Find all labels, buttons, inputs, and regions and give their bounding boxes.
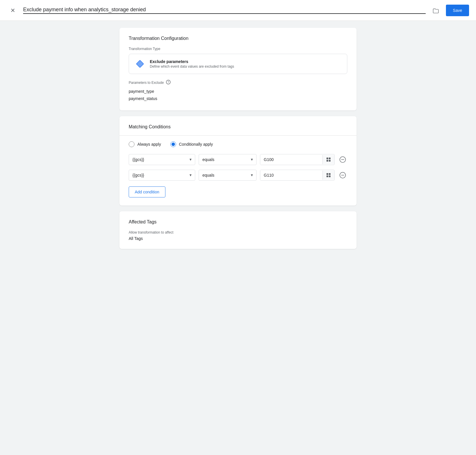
- grid-icon-1: [326, 157, 331, 162]
- condition-row-1: {{gcs}} {{event}} {{url}} ▼ equals conta…: [129, 154, 347, 165]
- close-button[interactable]: ✕: [7, 5, 19, 16]
- params-list: payment_type payment_status: [129, 88, 347, 102]
- svg-rect-4: [326, 158, 328, 159]
- add-condition-button[interactable]: Add condition: [129, 186, 165, 197]
- transformation-type-label: Transformation Type: [129, 47, 347, 51]
- folder-button[interactable]: [430, 5, 441, 16]
- radio-always-option[interactable]: Always apply: [129, 141, 161, 147]
- transform-info: Exclude parameters Define which event da…: [150, 59, 234, 69]
- divider-1: [119, 135, 357, 136]
- svg-rect-11: [329, 173, 331, 175]
- remove-condition-btn-1[interactable]: [338, 155, 347, 164]
- minus-circle-icon-1: [339, 156, 346, 163]
- value-input-wrapper-2: [260, 170, 335, 181]
- minus-circle-icon-2: [339, 172, 346, 179]
- svg-rect-13: [329, 175, 331, 177]
- transformation-config-card: Transformation Configuration Transformat…: [119, 28, 357, 110]
- operator-select-2[interactable]: equals contains starts with ends with: [199, 170, 257, 181]
- grid-icon-btn-1[interactable]: [322, 155, 334, 164]
- svg-rect-10: [326, 173, 328, 175]
- matching-conditions-card: Matching Conditions Always apply Conditi…: [119, 116, 357, 206]
- affected-tags-title: Affected Tags: [129, 219, 347, 225]
- radio-conditionally-label: Conditionally apply: [179, 142, 213, 147]
- operator-select-1[interactable]: equals contains starts with ends with: [199, 154, 257, 165]
- value-input-2[interactable]: [260, 170, 322, 180]
- grid-icon-btn-2[interactable]: [322, 171, 334, 180]
- value-input-1[interactable]: [260, 154, 322, 165]
- matching-conditions-title: Matching Conditions: [129, 124, 347, 130]
- transformation-type-box[interactable]: Exclude parameters Define which event da…: [129, 54, 347, 74]
- variable-select-2[interactable]: {{gcs}} {{event}} {{url}}: [129, 170, 195, 181]
- affected-tags-card: Affected Tags Allow transformation to af…: [119, 211, 357, 249]
- svg-text:?: ?: [168, 81, 169, 84]
- condition-row-2: {{gcs}} {{event}} {{url}} ▼ equals conta…: [129, 170, 347, 181]
- header: ✕ Exclude payment info when analytics_st…: [0, 0, 476, 21]
- transform-type-name: Exclude parameters: [150, 59, 234, 64]
- variable-select-wrapper-1: {{gcs}} {{event}} {{url}} ▼: [129, 154, 195, 165]
- operator-select-wrapper-2: equals contains starts with ends with ▼: [199, 170, 257, 181]
- affect-label: Allow transformation to affect: [129, 230, 347, 234]
- svg-rect-7: [329, 160, 331, 162]
- affect-value: All Tags: [129, 236, 347, 241]
- remove-condition-btn-2[interactable]: [338, 171, 347, 180]
- folder-icon: [433, 8, 439, 13]
- exclude-params-icon: [135, 59, 145, 69]
- radio-conditionally-option[interactable]: Conditionally apply: [170, 141, 213, 147]
- help-icon[interactable]: ?: [166, 80, 171, 86]
- variable-select-1[interactable]: {{gcs}} {{event}} {{url}}: [129, 154, 195, 165]
- svg-rect-6: [326, 160, 328, 162]
- radio-always-label: Always apply: [137, 142, 161, 147]
- variable-select-wrapper-2: {{gcs}} {{event}} {{url}} ▼: [129, 170, 195, 181]
- main-content: Transformation Configuration Transformat…: [108, 21, 368, 256]
- svg-rect-1: [137, 61, 143, 67]
- save-button[interactable]: Save: [446, 5, 469, 16]
- grid-icon-2: [326, 173, 331, 177]
- params-header: Parameters to Exclude ?: [129, 80, 347, 86]
- svg-rect-5: [329, 158, 331, 159]
- params-label: Parameters to Exclude: [129, 81, 164, 85]
- operator-select-wrapper-1: equals contains starts with ends with ▼: [199, 154, 257, 165]
- page-title: Exclude payment info when analytics_stor…: [23, 7, 426, 14]
- radio-group: Always apply Conditionally apply: [129, 141, 347, 147]
- radio-always-input[interactable]: [129, 141, 134, 147]
- param-item-2: payment_status: [129, 95, 347, 102]
- svg-rect-12: [326, 175, 328, 177]
- value-input-wrapper-1: [260, 154, 335, 165]
- radio-conditionally-input[interactable]: [170, 141, 176, 147]
- transformation-config-title: Transformation Configuration: [129, 36, 347, 41]
- param-item-1: payment_type: [129, 88, 347, 95]
- transform-type-desc: Define which event data values are exclu…: [150, 64, 234, 69]
